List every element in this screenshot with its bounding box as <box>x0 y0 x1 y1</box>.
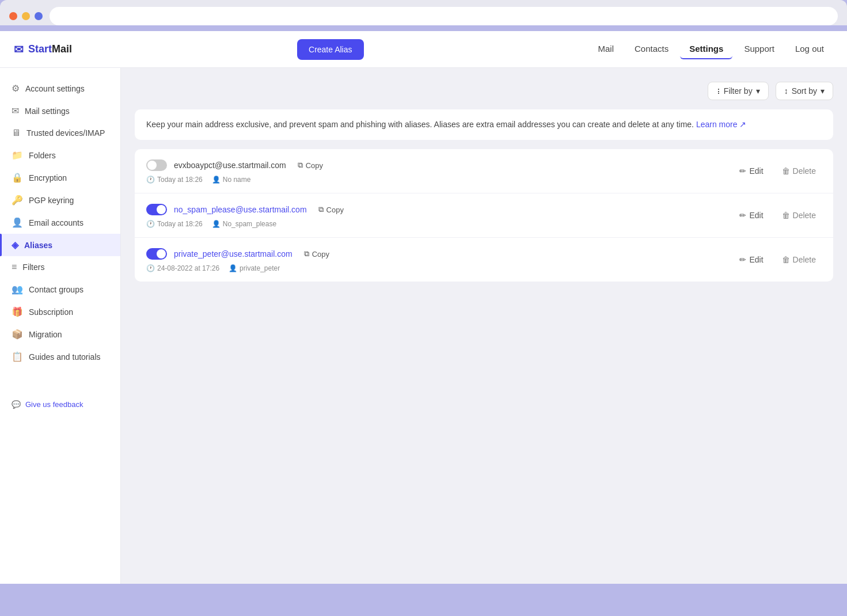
edit-icon-1: ✏ <box>739 166 746 176</box>
sort-by-button[interactable]: ↕ Sort by ▾ <box>776 82 833 100</box>
sidebar-item-encryption[interactable]: 🔒 Encryption <box>0 166 120 189</box>
clock-icon-2: 🕐 <box>146 220 155 228</box>
delete-icon-2: 🗑 <box>782 211 790 220</box>
filter-by-button[interactable]: ⫶ Filter by ▾ <box>708 82 769 100</box>
encryption-icon: 🔒 <box>12 172 23 183</box>
alias-toggle-1[interactable] <box>146 159 167 171</box>
toggle-knob-1 <box>147 161 157 170</box>
sidebar-item-label: Migration <box>29 330 62 339</box>
traffic-light-blue[interactable] <box>35 12 43 20</box>
alias-copy-button-1[interactable]: ⧉ Copy <box>293 158 328 172</box>
sidebar-item-label: Encryption <box>29 173 67 182</box>
alias-date-3: 🕐 24-08-2022 at 17:26 <box>146 264 219 272</box>
learn-more-icon: ↗ <box>739 119 746 131</box>
filters-icon: ≡ <box>12 262 17 272</box>
alias-left-2: no_spam_please@use.startmail.com ⧉ Copy … <box>146 203 734 228</box>
alias-email-1: evxboaypct@use.startmail.com <box>174 161 286 170</box>
alias-delete-button-1[interactable]: 🗑 Delete <box>776 163 822 178</box>
alias-name-text-2: No_spam_please <box>223 220 276 228</box>
feedback-icon: 💬 <box>12 400 21 409</box>
delete-label-3: Delete <box>793 255 816 264</box>
sidebar-item-migration[interactable]: 📦 Migration <box>0 323 120 345</box>
sidebar-item-label: Aliases <box>24 241 52 250</box>
sort-label: Sort by <box>792 86 817 96</box>
subscription-icon: 🎁 <box>12 306 23 317</box>
learn-more-label: Learn more <box>696 119 738 131</box>
address-bar[interactable] <box>50 7 838 25</box>
alias-date-text-3: 24-08-2022 at 17:26 <box>157 264 219 272</box>
nav-support[interactable]: Support <box>735 39 784 59</box>
filter-chevron-icon: ▾ <box>756 86 760 96</box>
aliases-icon: ◈ <box>12 239 18 250</box>
nav-contacts[interactable]: Contacts <box>625 39 678 59</box>
account-settings-icon: ⚙ <box>12 83 20 94</box>
sidebar-item-label: Subscription <box>29 307 73 317</box>
alias-actions-3: ✏ Edit 🗑 Delete <box>734 252 822 267</box>
edit-label-1: Edit <box>749 166 763 176</box>
alias-copy-button-3[interactable]: ⧉ Copy <box>299 247 334 261</box>
alias-top-2: no_spam_please@use.startmail.com ⧉ Copy <box>146 203 734 216</box>
aliases-list: evxboaypct@use.startmail.com ⧉ Copy 🕐 To… <box>135 149 833 282</box>
learn-more-link[interactable]: Learn more ↗ <box>696 119 747 131</box>
sidebar-item-aliases[interactable]: ◈ Aliases <box>0 234 120 256</box>
toolbar: ⫶ Filter by ▾ ↕ Sort by ▾ <box>135 82 833 100</box>
traffic-light-red[interactable] <box>9 12 17 20</box>
person-icon-3: 👤 <box>229 264 237 272</box>
feedback-link[interactable]: 💬 Give us feedback <box>0 391 120 418</box>
clock-icon-1: 🕐 <box>146 176 155 184</box>
sidebar-item-trusted-devices[interactable]: 🖥 Trusted devices/IMAP <box>0 122 120 144</box>
alias-name-text-3: private_peter <box>240 264 280 272</box>
alias-actions-1: ✏ Edit 🗑 Delete <box>734 163 822 178</box>
alias-edit-button-2[interactable]: ✏ Edit <box>734 208 769 223</box>
alias-top-3: private_peter@use.startmail.com ⧉ Copy <box>146 247 734 261</box>
person-icon-2: 👤 <box>212 220 221 228</box>
sidebar-item-filters[interactable]: ≡ Filters <box>0 256 120 278</box>
sidebar-item-folders[interactable]: 📁 Folders <box>0 144 120 166</box>
edit-label-3: Edit <box>749 255 763 264</box>
alias-left-3: private_peter@use.startmail.com ⧉ Copy 🕐… <box>146 247 734 272</box>
folders-icon: 📁 <box>12 150 23 161</box>
top-nav: ✉ StartMail Create Alias Mail Contacts S… <box>0 31 847 68</box>
sidebar-item-pgp-keyring[interactable]: 🔑 PGP keyring <box>0 189 120 211</box>
trusted-devices-icon: 🖥 <box>12 128 21 138</box>
nav-settings[interactable]: Settings <box>680 39 732 59</box>
feedback-label: Give us feedback <box>25 400 83 409</box>
alias-actions-2: ✏ Edit 🗑 Delete <box>734 208 822 223</box>
sidebar-item-account-settings[interactable]: ⚙ Account settings <box>0 77 120 100</box>
filter-label: Filter by <box>724 86 753 96</box>
delete-label-2: Delete <box>793 211 816 220</box>
copy-label-2: Copy <box>326 206 344 214</box>
sidebar-item-email-accounts[interactable]: 👤 Email accounts <box>0 211 120 234</box>
delete-icon-1: 🗑 <box>782 166 790 176</box>
create-alias-button[interactable]: Create Alias <box>297 39 363 60</box>
alias-edit-button-1[interactable]: ✏ Edit <box>734 163 769 178</box>
alias-row: evxboaypct@use.startmail.com ⧉ Copy 🕐 To… <box>135 149 833 193</box>
alias-delete-button-3[interactable]: 🗑 Delete <box>776 252 822 267</box>
alias-copy-button-2[interactable]: ⧉ Copy <box>314 203 348 216</box>
alias-toggle-2[interactable] <box>146 204 167 215</box>
app-window: ✉ StartMail Create Alias Mail Contacts S… <box>0 31 847 584</box>
copy-label-1: Copy <box>306 161 323 170</box>
alias-name-text-1: No name <box>223 176 251 184</box>
nav-mail[interactable]: Mail <box>588 39 623 59</box>
nav-logout[interactable]: Log out <box>786 39 833 59</box>
sidebar: ⚙ Account settings ✉ Mail settings 🖥 Tru… <box>0 68 121 584</box>
alias-delete-button-2[interactable]: 🗑 Delete <box>776 208 822 223</box>
sidebar-item-guides[interactable]: 📋 Guides and tutorials <box>0 345 120 368</box>
pgp-icon: 🔑 <box>12 195 23 206</box>
traffic-light-yellow[interactable] <box>22 12 30 20</box>
alias-row: no_spam_please@use.startmail.com ⧉ Copy … <box>135 193 833 238</box>
content-area: ⚙ Account settings ✉ Mail settings 🖥 Tru… <box>0 68 847 584</box>
alias-toggle-3[interactable] <box>146 248 167 260</box>
mail-settings-icon: ✉ <box>12 105 19 116</box>
toggle-knob-2 <box>157 205 166 214</box>
alias-edit-button-3[interactable]: ✏ Edit <box>734 252 769 267</box>
top-nav-links: Mail Contacts Settings Support Log out <box>588 39 833 59</box>
sidebar-item-contact-groups[interactable]: 👥 Contact groups <box>0 278 120 301</box>
toggle-knob-3 <box>157 249 166 258</box>
alias-date-1: 🕐 Today at 18:26 <box>146 176 203 184</box>
sidebar-item-subscription[interactable]: 🎁 Subscription <box>0 301 120 323</box>
sidebar-item-mail-settings[interactable]: ✉ Mail settings <box>0 100 120 122</box>
alias-meta-1: 🕐 Today at 18:26 👤 No name <box>146 176 734 184</box>
person-icon-1: 👤 <box>212 176 221 184</box>
